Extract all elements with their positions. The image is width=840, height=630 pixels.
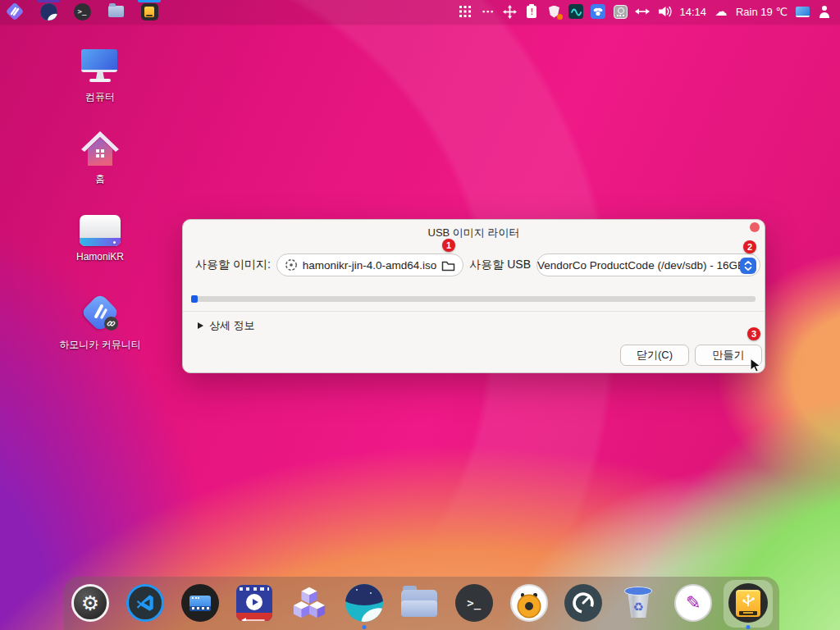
clipboard-alert-icon[interactable]: ! (524, 4, 539, 19)
desktop-icon-label: HamoniKR (76, 251, 124, 262)
user-icon[interactable] (817, 4, 832, 19)
top-panel: >_ ⋯ ! (0, 0, 840, 23)
whale-browser-icon (345, 584, 383, 622)
image-field-label: 사용할 이미지: (195, 258, 271, 272)
display-icon[interactable] (795, 4, 810, 19)
step-badge-1: 1 (442, 239, 455, 252)
desktop-icon-community[interactable]: 하모니카 커뮤니티 (57, 292, 143, 352)
dock-panel-settings-button[interactable] (180, 583, 220, 623)
dock-video-player-button[interactable] (235, 583, 274, 623)
hamonikr-logo-icon (6, 2, 24, 21)
whale-running-dot (363, 625, 367, 629)
dock-files-button[interactable] (399, 583, 439, 623)
volume-icon[interactable] (657, 4, 672, 19)
progress-indicator (191, 295, 198, 303)
whale-browser-icon (40, 3, 57, 21)
app-grid-icon[interactable] (458, 4, 472, 19)
usb-image-writer-icon (728, 583, 768, 623)
panel-files-button[interactable] (106, 2, 126, 21)
community-link-icon (80, 292, 121, 333)
close-button[interactable]: 닫기(C) (620, 345, 689, 366)
panel-terminal-button[interactable]: >_ (72, 2, 92, 21)
wave-app-icon[interactable] (568, 4, 583, 19)
panel-app-list: >_ (0, 0, 159, 23)
dock-trash-button[interactable]: ♻ (619, 583, 658, 623)
usb-device-value: VendorCo ProductCode (/dev/sdb) - 16GB (537, 259, 760, 272)
usb-writer-running-indicator (138, 0, 161, 2)
close-window-button[interactable] (750, 222, 760, 232)
more-icon[interactable]: ⋯ (480, 4, 495, 19)
dock-audacious-button[interactable] (509, 583, 549, 623)
dock-vscode-button[interactable] (126, 583, 165, 623)
software-cubes-icon (290, 584, 328, 622)
settings-gear-icon: ⚙ (71, 584, 109, 622)
expander-arrow-icon (198, 322, 203, 329)
usb-image-writer-icon (141, 3, 158, 21)
dock-usb-writer-button[interactable] (728, 583, 768, 623)
browse-folder-icon (441, 259, 455, 272)
trash-icon: ♻ (623, 587, 653, 619)
select-spinner-icon (740, 258, 756, 274)
folder-icon (108, 6, 124, 17)
dock-whale-browser-button[interactable] (345, 583, 384, 623)
image-file-name: hamonikr-jin-4.0-amd64.iso (303, 259, 437, 272)
write-progress-bar (191, 296, 756, 302)
network-arrows-icon[interactable] (635, 4, 650, 19)
drive-icon (80, 215, 121, 246)
terminal-icon: >_ (74, 3, 91, 21)
dock: ⚙ (64, 577, 779, 630)
desktop-icon-hamonikr-drive[interactable]: HamoniKR (57, 215, 143, 262)
desktop-icon-label: 컴퓨터 (85, 90, 115, 104)
weather-cloud-icon[interactable]: ☁ (714, 4, 728, 19)
desktop-icon-label: 홈 (95, 172, 105, 186)
panel-settings-icon (181, 584, 219, 622)
weather-label[interactable]: Rain 19 ℃ (736, 6, 788, 18)
video-player-icon (236, 585, 272, 621)
dock-software-cubes-button[interactable] (290, 583, 329, 623)
input-method-icon[interactable] (591, 4, 605, 19)
window-title: USB 이미지 라이터 (183, 226, 765, 240)
desktop-icon-home[interactable]: 홈 (57, 130, 143, 186)
usb-writer-running-dot (746, 625, 750, 629)
move-tool-icon[interactable] (502, 4, 517, 19)
usb-field-label: 사용할 USB (469, 258, 531, 272)
usb-image-writer-window: USB 이미지 라이터 사용할 이미지: hamonikr-jin-4.0-am… (182, 219, 765, 373)
dock-system-monitor-button[interactable] (564, 583, 603, 623)
panel-usb-writer-button[interactable] (139, 2, 159, 21)
desktop-root: { "panel": { "clock": "14:14", "weather_… (0, 0, 840, 630)
step-badge-2: 2 (743, 240, 756, 253)
hamonikr-menu-button[interactable] (5, 2, 25, 21)
folder-icon (401, 590, 437, 617)
disc-icon (285, 258, 298, 272)
computer-icon (81, 49, 119, 85)
link-badge-icon (104, 317, 118, 331)
pencil-icon: ✎ (674, 584, 712, 622)
firewall-shield-icon[interactable] (546, 4, 561, 19)
system-tray: ⋯ ! (458, 0, 840, 23)
image-file-chooser[interactable]: hamonikr-jin-4.0-amd64.iso (276, 253, 464, 276)
dock-items: ⚙ (71, 583, 768, 623)
dialog-fields-row: 사용할 이미지: hamonikr-jin-4.0-amd64.iso 사용할 … (195, 253, 756, 276)
desktop-icon-label: 하모니카 커뮤니티 (59, 338, 140, 352)
details-label: 상세 정보 (209, 318, 255, 333)
details-expander[interactable]: 상세 정보 (198, 318, 255, 333)
terminal-icon: >_ (455, 584, 493, 622)
step-badge-3: 3 (747, 327, 760, 340)
home-icon (80, 130, 121, 167)
gauge-icon (564, 584, 602, 622)
dock-settings-button[interactable]: ⚙ (71, 583, 110, 623)
dock-text-editor-button[interactable]: ✎ (673, 583, 713, 623)
whale-running-indicator (37, 0, 60, 2)
audacious-icon (510, 584, 548, 622)
vscode-icon (126, 584, 164, 622)
recorder-icon[interactable] (613, 4, 628, 19)
dialog-separator (183, 311, 765, 312)
dock-terminal-button[interactable]: >_ (454, 583, 494, 623)
usb-device-select[interactable]: VendorCo ProductCode (/dev/sdb) - 16GB (536, 253, 760, 276)
mouse-cursor (750, 358, 763, 374)
panel-whale-browser-button[interactable] (39, 2, 58, 21)
clock[interactable]: 14:14 (679, 6, 706, 18)
desktop-icon-computer[interactable]: 컴퓨터 (57, 49, 143, 104)
